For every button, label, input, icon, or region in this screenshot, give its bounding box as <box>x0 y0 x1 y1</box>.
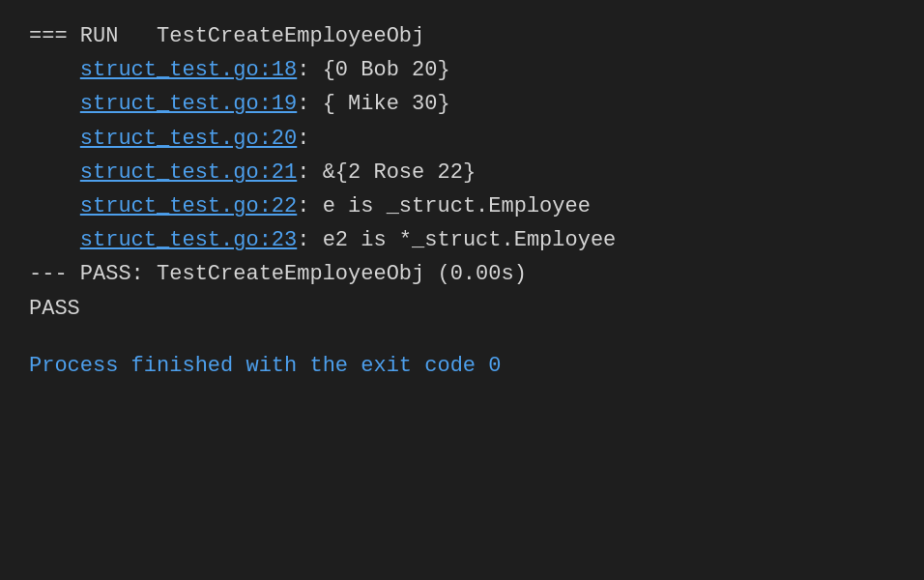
console-output: === RUN TestCreateEmployeeObj struct_tes… <box>29 19 895 383</box>
line-18-value: : {0 Bob 20} <box>297 53 449 87</box>
link-struct-21[interactable]: struct_test.go:21 <box>80 156 297 189</box>
line-21-indent <box>29 156 80 189</box>
process-line: Process finished with the exit code 0 <box>29 349 895 383</box>
line-20-indent <box>29 122 80 156</box>
line-22-value: : e is _struct.Employee <box>297 189 591 223</box>
line-22: struct_test.go:22: e is _struct.Employee <box>29 189 895 223</box>
pass-line: PASS <box>29 292 895 326</box>
link-struct-19[interactable]: struct_test.go:19 <box>80 87 297 121</box>
process-text: Process finished with the exit code 0 <box>29 349 501 383</box>
line-19-value: : { Mike 30} <box>297 87 449 121</box>
line-18: struct_test.go:18: {0 Bob 20} <box>29 53 895 87</box>
run-header-line: === RUN TestCreateEmployeeObj <box>29 19 895 53</box>
line-23-value: : e2 is *_struct.Employee <box>297 223 616 257</box>
link-struct-22[interactable]: struct_test.go:22 <box>80 189 297 223</box>
line-19: struct_test.go:19: { Mike 30} <box>29 87 895 121</box>
line-22-indent <box>29 189 80 223</box>
link-struct-18[interactable]: struct_test.go:18 <box>80 53 297 87</box>
line-20-value: : <box>297 122 309 156</box>
line-23-indent <box>29 223 80 257</box>
pass-detail-line: --- PASS: TestCreateEmployeeObj (0.00s) <box>29 257 895 291</box>
link-struct-20[interactable]: struct_test.go:20 <box>80 122 297 156</box>
pass-text: PASS <box>29 292 80 326</box>
line-20: struct_test.go:20: <box>29 122 895 156</box>
link-struct-23[interactable]: struct_test.go:23 <box>80 223 297 257</box>
pass-detail-text: --- PASS: TestCreateEmployeeObj (0.00s) <box>29 257 527 291</box>
spacer <box>29 326 895 349</box>
line-21: struct_test.go:21: &{2 Rose 22} <box>29 156 895 189</box>
line-23: struct_test.go:23: e2 is *_struct.Employ… <box>29 223 895 257</box>
run-header-text: === RUN TestCreateEmployeeObj <box>29 19 424 53</box>
line-21-value: : &{2 Rose 22} <box>297 156 476 189</box>
line-19-indent <box>29 87 80 121</box>
line-18-indent <box>29 53 80 87</box>
